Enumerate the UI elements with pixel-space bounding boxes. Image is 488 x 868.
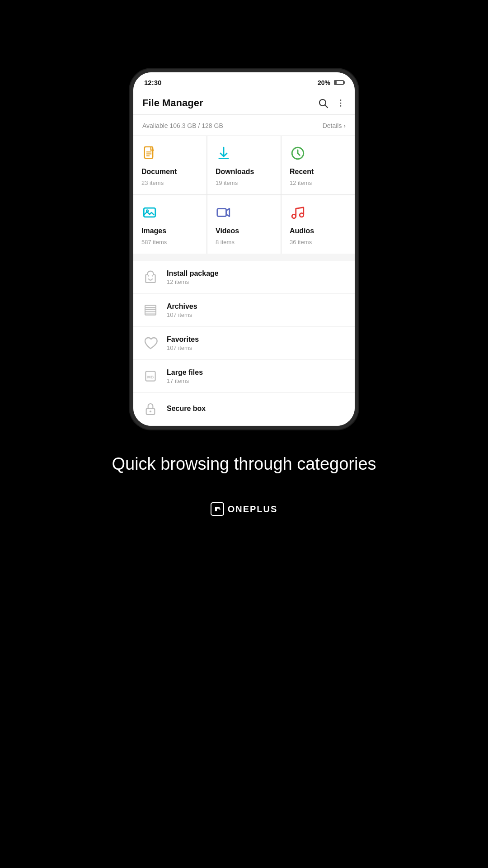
list-item-secure-box[interactable]: Secure box — [133, 393, 355, 426]
secure-box-name: Secure box — [167, 405, 206, 413]
category-videos[interactable]: Videos 8 items — [207, 195, 281, 254]
svg-point-15 — [300, 213, 304, 217]
favorites-icon — [142, 335, 159, 351]
install-package-info: Install package 12 items — [167, 269, 219, 285]
phone-shell: 12:30 20% File Manager — [133, 72, 355, 426]
storage-bar: Avaliable 106.3 GB / 128 GB Details › — [133, 115, 355, 135]
status-time: 12:30 — [144, 79, 161, 86]
downloads-label: Downloads — [216, 168, 272, 176]
svg-point-16 — [148, 275, 150, 277]
category-audios[interactable]: Audios 36 items — [282, 195, 355, 254]
svg-point-4 — [340, 105, 342, 107]
details-link[interactable]: Details › — [323, 122, 346, 129]
videos-label: Videos — [216, 227, 272, 235]
images-icon — [141, 204, 158, 221]
downloads-count: 19 items — [216, 179, 272, 186]
favorites-name: Favorites — [167, 335, 199, 344]
svg-rect-27 — [211, 503, 224, 515]
list-item-large-files[interactable]: MB Large files 17 items — [133, 360, 355, 393]
status-bar: 12:30 20% — [133, 72, 355, 90]
app-header: File Manager — [133, 90, 355, 115]
document-count: 23 items — [141, 179, 198, 186]
search-icon[interactable] — [318, 98, 328, 108]
audios-icon — [290, 204, 306, 221]
svg-point-2 — [340, 99, 342, 101]
audios-count: 36 items — [290, 239, 347, 245]
archives-icon — [142, 302, 159, 318]
svg-rect-11 — [144, 208, 155, 217]
downloads-icon — [216, 145, 232, 161]
recent-label: Recent — [290, 168, 347, 176]
svg-rect-13 — [217, 209, 226, 217]
svg-point-14 — [292, 214, 296, 218]
storage-available: Avaliable 106.3 GB / 128 GB — [142, 122, 223, 129]
recent-count: 12 items — [290, 179, 347, 186]
bottom-section: Quick browsing through categories ONEPLU… — [75, 453, 412, 516]
tagline: Quick browsing through categories — [112, 453, 376, 475]
images-label: Images — [141, 227, 198, 235]
more-menu-icon[interactable] — [336, 98, 346, 108]
archives-name: Archives — [167, 302, 197, 311]
category-images[interactable]: Images 587 items — [133, 195, 206, 254]
brand: ONEPLUS — [112, 502, 376, 516]
install-package-icon — [142, 269, 159, 285]
brand-name: ONEPLUS — [228, 504, 278, 514]
favorites-count: 107 items — [167, 344, 199, 351]
large-files-icon: MB — [142, 368, 159, 384]
install-package-count: 12 items — [167, 278, 219, 285]
videos-count: 8 items — [216, 239, 272, 245]
svg-point-3 — [340, 103, 342, 104]
list-item-install-package[interactable]: Install package 12 items — [133, 261, 355, 294]
svg-line-1 — [325, 105, 328, 108]
svg-text:MB: MB — [147, 375, 154, 379]
status-right: 20% — [318, 79, 344, 86]
header-actions — [318, 98, 346, 108]
large-files-count: 17 items — [167, 377, 203, 384]
recent-icon — [290, 145, 306, 161]
secure-box-info: Secure box — [167, 405, 206, 414]
svg-point-26 — [150, 410, 151, 412]
battery-icon — [334, 80, 344, 85]
list-item-favorites[interactable]: Favorites 107 items — [133, 327, 355, 360]
categories-grid: Document 23 items Downloads 19 items — [133, 136, 355, 254]
svg-rect-5 — [145, 147, 153, 159]
document-icon — [141, 145, 158, 161]
svg-point-17 — [152, 275, 153, 277]
category-recent[interactable]: Recent 12 items — [282, 136, 355, 194]
archives-count: 107 items — [167, 311, 197, 318]
list-item-archives[interactable]: Archives 107 items — [133, 294, 355, 327]
large-files-name: Large files — [167, 368, 203, 377]
videos-icon — [216, 204, 232, 221]
svg-point-0 — [319, 99, 326, 106]
audios-label: Audios — [290, 227, 347, 235]
category-document[interactable]: Document 23 items — [133, 136, 206, 194]
category-downloads[interactable]: Downloads 19 items — [207, 136, 281, 194]
large-files-info: Large files 17 items — [167, 368, 203, 384]
oneplus-logo-icon — [211, 502, 224, 516]
app-title: File Manager — [142, 97, 203, 109]
images-count: 587 items — [141, 239, 198, 245]
favorites-info: Favorites 107 items — [167, 335, 199, 351]
document-label: Document — [141, 168, 198, 176]
archives-info: Archives 107 items — [167, 302, 197, 318]
list-section: Install package 12 items Archives 107 it… — [133, 261, 355, 426]
secure-box-icon — [142, 401, 159, 417]
battery-percentage: 20% — [318, 79, 330, 86]
install-package-name: Install package — [167, 269, 219, 278]
